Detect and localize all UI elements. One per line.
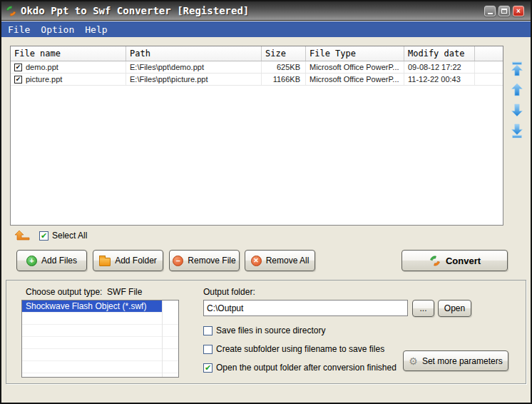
browse-button[interactable]: ... xyxy=(412,300,434,317)
add-icon: + xyxy=(26,256,37,266)
close-icon: × xyxy=(516,8,521,15)
cell-file-name: demo.ppt xyxy=(26,63,58,71)
check-icon: ✔ xyxy=(205,364,211,372)
format-list-empty-row xyxy=(22,313,178,325)
create-subfolder-label: Create subfolder using filename to save … xyxy=(216,344,384,354)
move-to-bottom-icon[interactable] xyxy=(509,123,525,138)
cell-path: E:\Files\ppt\picture.ppt xyxy=(126,74,262,85)
row-checkbox[interactable]: ✔ xyxy=(14,64,22,71)
select-all-checkbox[interactable]: ✔ xyxy=(39,231,48,241)
output-folder-input[interactable] xyxy=(203,300,408,316)
choose-output-type-label: Choose output type: SWF File xyxy=(26,287,142,297)
add-files-button[interactable]: + Add Files xyxy=(16,250,87,271)
option-save-source: Save files in source directory xyxy=(203,325,325,335)
browse-label: ... xyxy=(419,303,426,313)
format-list-empty-row xyxy=(22,325,178,337)
cell-path: E:\Files\ppt\demo.ppt xyxy=(126,61,262,73)
column-header-file-type[interactable]: File Type xyxy=(306,46,404,61)
close-button[interactable]: × xyxy=(513,6,524,16)
remove-all-label: Remove All xyxy=(266,256,310,266)
option-create-subfolder: Create subfolder using filename to save … xyxy=(203,344,384,354)
convert-icon xyxy=(429,255,441,267)
remove-file-label: Remove File xyxy=(188,256,235,266)
remove-icon: – xyxy=(173,256,183,266)
convert-label: Convert xyxy=(446,256,481,266)
check-icon: ✔ xyxy=(41,232,47,240)
cell-file-name: picture.ppt xyxy=(26,75,62,84)
column-header-modify-date[interactable]: Modify date xyxy=(404,46,475,61)
save-source-checkbox[interactable] xyxy=(203,326,213,335)
menu-option[interactable]: Option xyxy=(41,24,74,35)
cell-file-type: Microsoft Office PowerP... xyxy=(306,74,404,85)
format-list-item-selected[interactable]: Shockwave Flash Object (*.swf) xyxy=(22,301,162,313)
output-folder-label: Output folder: xyxy=(203,287,255,297)
menu-bar: File Option Help xyxy=(1,21,531,37)
save-source-label: Save files in source directory xyxy=(216,325,325,335)
remove-all-button[interactable]: ✕ Remove All xyxy=(245,250,315,271)
maximize-icon xyxy=(501,9,507,14)
output-format-listbox[interactable]: Shockwave Flash Object (*.swf) xyxy=(21,300,179,378)
table-row[interactable]: ✔ picture.ppt E:\Files\ppt\picture.ppt 1… xyxy=(11,74,503,86)
minimize-icon xyxy=(488,13,493,14)
remove-file-button[interactable]: – Remove File xyxy=(169,250,240,271)
output-type-value: SWF File xyxy=(107,287,142,297)
maximize-button[interactable] xyxy=(498,6,510,16)
column-header-empty xyxy=(475,46,503,61)
option-open-after: ✔ Open the output folder after conversio… xyxy=(203,363,397,373)
table-header: File name Path Size File Type Modify dat… xyxy=(11,46,503,61)
check-icon: ✔ xyxy=(16,76,21,83)
set-more-parameters-button[interactable]: ⚙ Set more parameters xyxy=(403,350,508,371)
cell-modify-date: 11-12-22 00:43 xyxy=(404,74,475,85)
app-window: Okdo Ppt to Swf Converter [Registered] ×… xyxy=(0,0,532,404)
level-up-icon[interactable] xyxy=(14,230,30,241)
select-all-bar: ✔ Select All xyxy=(14,229,87,242)
cell-file-type: Microsoft Office PowerP... xyxy=(306,61,404,73)
format-list-empty-row xyxy=(22,349,178,361)
create-subfolder-checkbox[interactable] xyxy=(203,345,213,354)
add-folder-label: Add Folder xyxy=(115,256,157,266)
menu-help[interactable]: Help xyxy=(85,24,107,35)
column-header-path[interactable]: Path xyxy=(126,46,262,61)
cell-size: 1166KB xyxy=(262,74,306,85)
cell-modify-date: 09-08-12 17:22 xyxy=(404,61,475,73)
open-label: Open xyxy=(444,303,465,313)
column-header-size[interactable]: Size xyxy=(262,46,306,61)
check-icon: ✔ xyxy=(16,64,21,71)
remove-all-icon: ✕ xyxy=(251,256,262,266)
open-after-checkbox[interactable]: ✔ xyxy=(203,363,213,373)
column-header-file-name[interactable]: File name xyxy=(11,46,126,61)
add-folder-button[interactable]: Add Folder xyxy=(93,250,163,271)
set-more-parameters-label: Set more parameters xyxy=(422,356,503,366)
open-after-label: Open the output folder after conversion … xyxy=(216,363,397,373)
move-down-icon[interactable] xyxy=(509,103,525,118)
folder-icon xyxy=(99,256,111,266)
reorder-controls xyxy=(509,61,525,138)
format-list-empty-row xyxy=(22,337,178,349)
app-logo-icon xyxy=(5,5,17,17)
convert-button[interactable]: Convert xyxy=(401,250,508,271)
format-list-empty-row xyxy=(22,361,178,373)
window-controls: × xyxy=(484,6,524,16)
title-bar: Okdo Ppt to Swf Converter [Registered] × xyxy=(1,1,531,21)
move-to-top-icon[interactable] xyxy=(509,61,525,76)
window-title: Okdo Ppt to Swf Converter [Registered] xyxy=(21,5,249,16)
file-list-table: File name Path Size File Type Modify dat… xyxy=(10,46,503,226)
menu-file[interactable]: File xyxy=(8,24,30,35)
minimize-button[interactable] xyxy=(484,6,496,16)
open-folder-button[interactable]: Open xyxy=(438,300,471,317)
move-up-icon[interactable] xyxy=(509,82,525,97)
gear-icon: ⚙ xyxy=(409,355,418,367)
add-files-label: Add Files xyxy=(41,256,77,266)
row-checkbox[interactable]: ✔ xyxy=(14,76,22,84)
cell-size: 625KB xyxy=(262,61,306,73)
table-row[interactable]: ✔ demo.ppt E:\Files\ppt\demo.ppt 625KB M… xyxy=(11,61,503,74)
select-all-label: Select All xyxy=(52,231,87,241)
